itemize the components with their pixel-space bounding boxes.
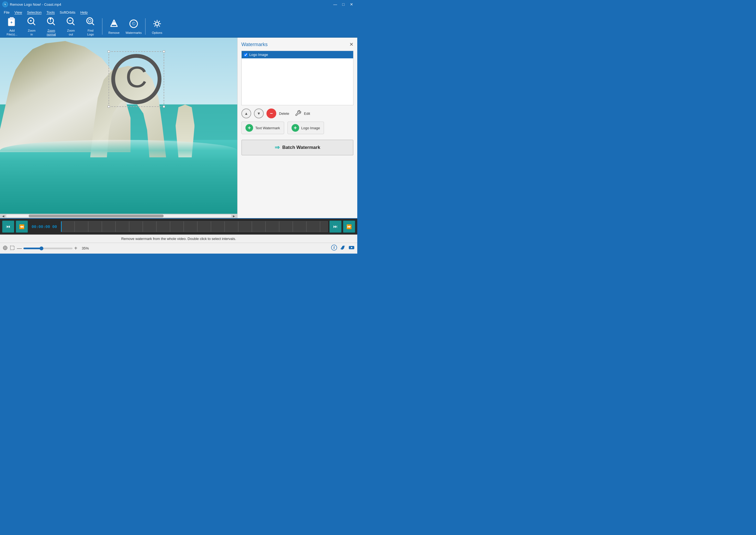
close-button[interactable]: ✕ (348, 2, 355, 7)
handle-tl[interactable] (108, 50, 110, 53)
down-arrow-icon: ▼ (257, 111, 261, 116)
zoom-thumb[interactable] (40, 246, 43, 250)
skip-to-start-button[interactable]: ⏮ (2, 221, 14, 233)
scroll-right-arrow[interactable]: ▶ (231, 214, 237, 218)
wrench-icon (295, 110, 301, 117)
maximize-button[interactable]: □ (340, 2, 347, 7)
next-frame-button[interactable]: ⏭ (329, 221, 342, 233)
zoom-slider[interactable] (23, 248, 72, 249)
horizontal-scrollbar[interactable]: ◀ ▶ (0, 214, 237, 218)
status-bar: Remove watermark from the whole video. D… (0, 235, 357, 243)
watermark-item-label: Logo Image (249, 53, 268, 57)
edit-label: Edit (304, 112, 310, 116)
remove-button[interactable]: Remove (105, 17, 123, 36)
waves (0, 140, 237, 161)
menu-file[interactable]: File (2, 10, 12, 15)
timeline-ruler (61, 221, 327, 232)
twitter-icon[interactable] (340, 244, 346, 252)
zoom-fit-icon[interactable] (3, 245, 8, 251)
zoom-out-label: Zoomout (67, 29, 75, 36)
scrollbar-thumb[interactable] (29, 214, 164, 217)
panel-header: Watermarks ✕ (241, 42, 353, 47)
move-down-button[interactable]: ▼ (254, 108, 264, 118)
panel-title: Watermarks (241, 42, 267, 47)
svg-point-11 (50, 18, 51, 20)
svg-text:1: 1 (50, 19, 51, 22)
find-logo-button[interactable]: FindLogo (81, 17, 100, 36)
watermark-list-item[interactable]: Logo Image (242, 51, 353, 58)
menu-view[interactable]: View (12, 10, 24, 15)
app-icon (2, 1, 8, 7)
add-logo-image-button[interactable]: + Logo Image (288, 122, 324, 134)
svg-line-30 (159, 21, 160, 22)
video-frame: C (0, 38, 237, 214)
video-outer: C ◀ ▶ (0, 38, 237, 218)
scroll-left-arrow[interactable]: ◀ (1, 214, 6, 218)
zoom-out-button[interactable]: Zoomout (62, 17, 80, 36)
zoom-normal-label: Zoomnormal (47, 29, 56, 36)
zoom-in-button[interactable]: Zoomin (22, 17, 41, 36)
svg-point-23 (155, 22, 159, 25)
copyright-watermark-svg: C (110, 53, 162, 105)
options-button[interactable]: Options (148, 17, 166, 36)
add-files-button[interactable]: + AddFile(s)... (3, 17, 21, 36)
toolbar-sep-2 (145, 18, 146, 35)
svg-rect-3 (10, 17, 14, 20)
svg-point-35 (4, 247, 6, 249)
minimize-button[interactable]: — (332, 2, 339, 7)
handle-br[interactable] (163, 105, 165, 108)
svg-line-29 (159, 25, 160, 26)
panel-close-button[interactable]: ✕ (350, 42, 353, 47)
facebook-icon[interactable]: f (331, 244, 337, 252)
batch-watermark-label: Batch Watermark (282, 145, 320, 150)
handle-tr[interactable] (163, 50, 165, 53)
watermark-list: Logo Image (241, 51, 353, 105)
menu-help[interactable]: Help (78, 10, 90, 15)
scrollbar-track[interactable] (6, 214, 231, 217)
add-buttons: + Text Watermark + Logo Image (241, 122, 353, 134)
add-files-icon: + (7, 16, 17, 28)
add-text-watermark-button[interactable]: + Text Watermark (241, 122, 284, 134)
watermark-checkbox[interactable] (244, 53, 248, 57)
handle-bl[interactable] (108, 105, 110, 108)
skip-to-end-button[interactable]: ⏩ (343, 221, 355, 233)
watermark-overlay: C (109, 52, 164, 106)
menu-bar: File View Selection Tools SoftOrbits Hel… (0, 9, 357, 16)
main-content: C ◀ ▶ Watermarks ✕ (0, 38, 357, 218)
youtube-icon[interactable] (349, 244, 354, 252)
watermarks-label: Watermarks (126, 31, 142, 34)
svg-text:+: + (10, 20, 13, 24)
zoom-normal-button[interactable]: 1 Zoomnormal (42, 17, 61, 36)
zoom-minus-button[interactable]: — (17, 245, 22, 251)
svg-point-17 (88, 19, 91, 22)
prev-frame-button[interactable]: ⏪ (16, 221, 28, 233)
social-links: f (331, 244, 354, 252)
watermarks-button[interactable]: © Watermarks (125, 17, 143, 36)
svg-text:C: C (126, 60, 147, 94)
svg-line-15 (72, 23, 74, 25)
batch-watermark-button[interactable]: ⇒ Batch Watermark (241, 140, 353, 155)
svg-line-31 (154, 25, 155, 26)
add-logo-label: Logo Image (301, 126, 320, 130)
options-label: Options (152, 31, 162, 34)
svg-point-34 (3, 246, 7, 250)
add-files-label: AddFile(s)... (7, 29, 17, 36)
zoom-plus-button[interactable]: + (74, 245, 77, 251)
delete-label: Delete (279, 112, 289, 116)
menu-tools[interactable]: Tools (44, 10, 57, 15)
add-logo-icon: + (292, 124, 299, 132)
delete-button[interactable]: − (266, 108, 276, 118)
options-icon (152, 19, 162, 30)
move-up-button[interactable]: ▲ (241, 108, 251, 118)
toolbar-sep-1 (102, 18, 102, 35)
title-bar: Remove Logo Now! - Coast.mp4 — □ ✕ (0, 0, 357, 9)
zoom-selection-icon[interactable] (10, 245, 15, 251)
menu-softorbits[interactable]: SoftOrbits (58, 10, 78, 15)
timeline-track[interactable] (61, 221, 328, 232)
svg-rect-40 (10, 246, 14, 250)
menu-selection[interactable]: Selection (25, 10, 43, 15)
zoom-in-label: Zoomin (28, 29, 36, 36)
time-display: 00:00:00 00 (32, 224, 57, 229)
find-logo-label: FindLogo (87, 29, 94, 36)
zoom-normal-icon: 1 (46, 16, 56, 28)
